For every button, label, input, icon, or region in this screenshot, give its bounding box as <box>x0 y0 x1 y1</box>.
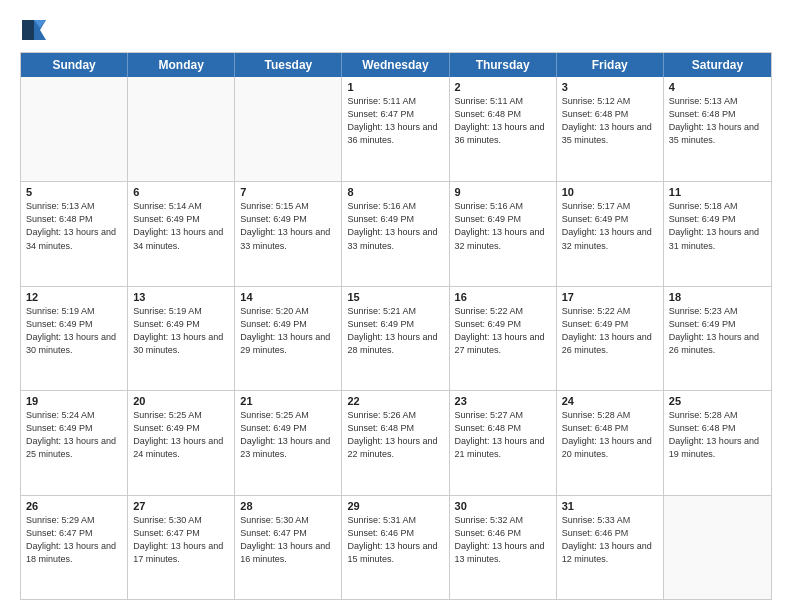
cal-cell: 16Sunrise: 5:22 AM Sunset: 6:49 PM Dayli… <box>450 287 557 390</box>
cal-cell: 6Sunrise: 5:14 AM Sunset: 6:49 PM Daylig… <box>128 182 235 285</box>
day-info: Sunrise: 5:19 AM Sunset: 6:49 PM Dayligh… <box>133 305 229 357</box>
day-info: Sunrise: 5:29 AM Sunset: 6:47 PM Dayligh… <box>26 514 122 566</box>
day-info: Sunrise: 5:12 AM Sunset: 6:48 PM Dayligh… <box>562 95 658 147</box>
cal-cell: 25Sunrise: 5:28 AM Sunset: 6:48 PM Dayli… <box>664 391 771 494</box>
day-number: 10 <box>562 186 658 198</box>
cal-cell <box>664 496 771 599</box>
cal-header-thursday: Thursday <box>450 53 557 77</box>
cal-cell: 15Sunrise: 5:21 AM Sunset: 6:49 PM Dayli… <box>342 287 449 390</box>
day-number: 18 <box>669 291 766 303</box>
cal-cell: 29Sunrise: 5:31 AM Sunset: 6:46 PM Dayli… <box>342 496 449 599</box>
calendar: SundayMondayTuesdayWednesdayThursdayFrid… <box>20 52 772 600</box>
day-number: 24 <box>562 395 658 407</box>
cal-header-wednesday: Wednesday <box>342 53 449 77</box>
cal-cell: 14Sunrise: 5:20 AM Sunset: 6:49 PM Dayli… <box>235 287 342 390</box>
day-info: Sunrise: 5:33 AM Sunset: 6:46 PM Dayligh… <box>562 514 658 566</box>
day-number: 5 <box>26 186 122 198</box>
cal-header-monday: Monday <box>128 53 235 77</box>
day-info: Sunrise: 5:28 AM Sunset: 6:48 PM Dayligh… <box>669 409 766 461</box>
cal-week-3: 12Sunrise: 5:19 AM Sunset: 6:49 PM Dayli… <box>21 286 771 390</box>
cal-week-5: 26Sunrise: 5:29 AM Sunset: 6:47 PM Dayli… <box>21 495 771 599</box>
day-info: Sunrise: 5:19 AM Sunset: 6:49 PM Dayligh… <box>26 305 122 357</box>
day-info: Sunrise: 5:17 AM Sunset: 6:49 PM Dayligh… <box>562 200 658 252</box>
cal-cell: 5Sunrise: 5:13 AM Sunset: 6:48 PM Daylig… <box>21 182 128 285</box>
day-number: 13 <box>133 291 229 303</box>
calendar-body: 1Sunrise: 5:11 AM Sunset: 6:47 PM Daylig… <box>21 77 771 599</box>
cal-cell: 7Sunrise: 5:15 AM Sunset: 6:49 PM Daylig… <box>235 182 342 285</box>
cal-cell: 20Sunrise: 5:25 AM Sunset: 6:49 PM Dayli… <box>128 391 235 494</box>
day-number: 28 <box>240 500 336 512</box>
cal-week-1: 1Sunrise: 5:11 AM Sunset: 6:47 PM Daylig… <box>21 77 771 181</box>
day-info: Sunrise: 5:16 AM Sunset: 6:49 PM Dayligh… <box>455 200 551 252</box>
day-info: Sunrise: 5:32 AM Sunset: 6:46 PM Dayligh… <box>455 514 551 566</box>
cal-cell: 1Sunrise: 5:11 AM Sunset: 6:47 PM Daylig… <box>342 77 449 181</box>
cal-cell: 18Sunrise: 5:23 AM Sunset: 6:49 PM Dayli… <box>664 287 771 390</box>
page: SundayMondayTuesdayWednesdayThursdayFrid… <box>0 0 792 612</box>
cal-cell: 12Sunrise: 5:19 AM Sunset: 6:49 PM Dayli… <box>21 287 128 390</box>
cal-cell: 3Sunrise: 5:12 AM Sunset: 6:48 PM Daylig… <box>557 77 664 181</box>
day-number: 19 <box>26 395 122 407</box>
day-number: 27 <box>133 500 229 512</box>
cal-cell <box>21 77 128 181</box>
cal-cell: 27Sunrise: 5:30 AM Sunset: 6:47 PM Dayli… <box>128 496 235 599</box>
cal-cell: 8Sunrise: 5:16 AM Sunset: 6:49 PM Daylig… <box>342 182 449 285</box>
cal-cell: 2Sunrise: 5:11 AM Sunset: 6:48 PM Daylig… <box>450 77 557 181</box>
day-number: 30 <box>455 500 551 512</box>
day-info: Sunrise: 5:25 AM Sunset: 6:49 PM Dayligh… <box>133 409 229 461</box>
cal-week-4: 19Sunrise: 5:24 AM Sunset: 6:49 PM Dayli… <box>21 390 771 494</box>
day-number: 6 <box>133 186 229 198</box>
cal-cell: 11Sunrise: 5:18 AM Sunset: 6:49 PM Dayli… <box>664 182 771 285</box>
day-number: 26 <box>26 500 122 512</box>
day-info: Sunrise: 5:18 AM Sunset: 6:49 PM Dayligh… <box>669 200 766 252</box>
day-info: Sunrise: 5:31 AM Sunset: 6:46 PM Dayligh… <box>347 514 443 566</box>
day-number: 11 <box>669 186 766 198</box>
day-number: 16 <box>455 291 551 303</box>
day-number: 31 <box>562 500 658 512</box>
day-number: 7 <box>240 186 336 198</box>
cal-cell: 19Sunrise: 5:24 AM Sunset: 6:49 PM Dayli… <box>21 391 128 494</box>
cal-header-tuesday: Tuesday <box>235 53 342 77</box>
day-info: Sunrise: 5:15 AM Sunset: 6:49 PM Dayligh… <box>240 200 336 252</box>
day-info: Sunrise: 5:22 AM Sunset: 6:49 PM Dayligh… <box>455 305 551 357</box>
cal-header-sunday: Sunday <box>21 53 128 77</box>
day-number: 8 <box>347 186 443 198</box>
day-info: Sunrise: 5:30 AM Sunset: 6:47 PM Dayligh… <box>133 514 229 566</box>
cal-header-friday: Friday <box>557 53 664 77</box>
day-number: 12 <box>26 291 122 303</box>
cal-cell <box>128 77 235 181</box>
day-number: 22 <box>347 395 443 407</box>
day-info: Sunrise: 5:24 AM Sunset: 6:49 PM Dayligh… <box>26 409 122 461</box>
day-info: Sunrise: 5:13 AM Sunset: 6:48 PM Dayligh… <box>26 200 122 252</box>
day-info: Sunrise: 5:11 AM Sunset: 6:47 PM Dayligh… <box>347 95 443 147</box>
cal-cell <box>235 77 342 181</box>
day-info: Sunrise: 5:30 AM Sunset: 6:47 PM Dayligh… <box>240 514 336 566</box>
header <box>20 16 772 44</box>
day-info: Sunrise: 5:21 AM Sunset: 6:49 PM Dayligh… <box>347 305 443 357</box>
day-number: 2 <box>455 81 551 93</box>
cal-cell: 22Sunrise: 5:26 AM Sunset: 6:48 PM Dayli… <box>342 391 449 494</box>
cal-cell: 28Sunrise: 5:30 AM Sunset: 6:47 PM Dayli… <box>235 496 342 599</box>
day-number: 15 <box>347 291 443 303</box>
cal-cell: 9Sunrise: 5:16 AM Sunset: 6:49 PM Daylig… <box>450 182 557 285</box>
cal-cell: 4Sunrise: 5:13 AM Sunset: 6:48 PM Daylig… <box>664 77 771 181</box>
cal-cell: 30Sunrise: 5:32 AM Sunset: 6:46 PM Dayli… <box>450 496 557 599</box>
day-info: Sunrise: 5:16 AM Sunset: 6:49 PM Dayligh… <box>347 200 443 252</box>
cal-cell: 31Sunrise: 5:33 AM Sunset: 6:46 PM Dayli… <box>557 496 664 599</box>
cal-cell: 21Sunrise: 5:25 AM Sunset: 6:49 PM Dayli… <box>235 391 342 494</box>
day-number: 3 <box>562 81 658 93</box>
logo <box>20 16 52 44</box>
day-number: 9 <box>455 186 551 198</box>
logo-icon <box>20 16 48 44</box>
calendar-header-row: SundayMondayTuesdayWednesdayThursdayFrid… <box>21 53 771 77</box>
cal-cell: 24Sunrise: 5:28 AM Sunset: 6:48 PM Dayli… <box>557 391 664 494</box>
day-info: Sunrise: 5:28 AM Sunset: 6:48 PM Dayligh… <box>562 409 658 461</box>
day-info: Sunrise: 5:11 AM Sunset: 6:48 PM Dayligh… <box>455 95 551 147</box>
day-number: 17 <box>562 291 658 303</box>
day-number: 4 <box>669 81 766 93</box>
day-number: 14 <box>240 291 336 303</box>
cal-cell: 23Sunrise: 5:27 AM Sunset: 6:48 PM Dayli… <box>450 391 557 494</box>
cal-week-2: 5Sunrise: 5:13 AM Sunset: 6:48 PM Daylig… <box>21 181 771 285</box>
day-info: Sunrise: 5:25 AM Sunset: 6:49 PM Dayligh… <box>240 409 336 461</box>
day-number: 29 <box>347 500 443 512</box>
day-number: 1 <box>347 81 443 93</box>
